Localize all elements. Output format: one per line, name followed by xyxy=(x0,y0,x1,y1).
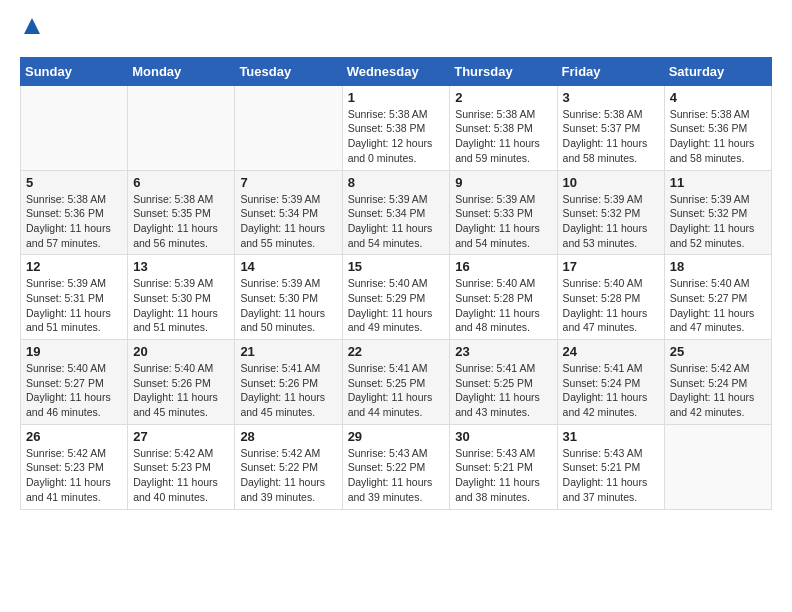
calendar-cell: 8Sunrise: 5:39 AM Sunset: 5:34 PM Daylig… xyxy=(342,170,450,255)
calendar-week-2: 5Sunrise: 5:38 AM Sunset: 5:36 PM Daylig… xyxy=(21,170,772,255)
day-number: 11 xyxy=(670,175,766,190)
day-info: Sunrise: 5:39 AM Sunset: 5:30 PM Dayligh… xyxy=(240,276,336,335)
calendar-cell: 4Sunrise: 5:38 AM Sunset: 5:36 PM Daylig… xyxy=(664,85,771,170)
calendar-cell xyxy=(128,85,235,170)
day-number: 20 xyxy=(133,344,229,359)
weekday-header-sunday: Sunday xyxy=(21,57,128,85)
day-number: 14 xyxy=(240,259,336,274)
day-info: Sunrise: 5:38 AM Sunset: 5:37 PM Dayligh… xyxy=(563,107,659,166)
day-number: 10 xyxy=(563,175,659,190)
day-number: 8 xyxy=(348,175,445,190)
day-info: Sunrise: 5:40 AM Sunset: 5:28 PM Dayligh… xyxy=(563,276,659,335)
calendar-cell: 9Sunrise: 5:39 AM Sunset: 5:33 PM Daylig… xyxy=(450,170,557,255)
weekday-header-tuesday: Tuesday xyxy=(235,57,342,85)
calendar-week-1: 1Sunrise: 5:38 AM Sunset: 5:38 PM Daylig… xyxy=(21,85,772,170)
day-info: Sunrise: 5:39 AM Sunset: 5:32 PM Dayligh… xyxy=(563,192,659,251)
calendar-cell: 13Sunrise: 5:39 AM Sunset: 5:30 PM Dayli… xyxy=(128,255,235,340)
day-info: Sunrise: 5:42 AM Sunset: 5:24 PM Dayligh… xyxy=(670,361,766,420)
day-info: Sunrise: 5:41 AM Sunset: 5:26 PM Dayligh… xyxy=(240,361,336,420)
calendar-cell: 2Sunrise: 5:38 AM Sunset: 5:38 PM Daylig… xyxy=(450,85,557,170)
calendar-cell: 23Sunrise: 5:41 AM Sunset: 5:25 PM Dayli… xyxy=(450,340,557,425)
day-number: 30 xyxy=(455,429,551,444)
calendar-cell: 11Sunrise: 5:39 AM Sunset: 5:32 PM Dayli… xyxy=(664,170,771,255)
day-number: 1 xyxy=(348,90,445,105)
calendar-cell xyxy=(664,424,771,509)
calendar-cell: 25Sunrise: 5:42 AM Sunset: 5:24 PM Dayli… xyxy=(664,340,771,425)
day-info: Sunrise: 5:38 AM Sunset: 5:38 PM Dayligh… xyxy=(348,107,445,166)
day-number: 24 xyxy=(563,344,659,359)
day-info: Sunrise: 5:39 AM Sunset: 5:34 PM Dayligh… xyxy=(348,192,445,251)
day-info: Sunrise: 5:38 AM Sunset: 5:36 PM Dayligh… xyxy=(670,107,766,166)
day-number: 5 xyxy=(26,175,122,190)
calendar-cell: 1Sunrise: 5:38 AM Sunset: 5:38 PM Daylig… xyxy=(342,85,450,170)
day-number: 28 xyxy=(240,429,336,444)
calendar-cell: 30Sunrise: 5:43 AM Sunset: 5:21 PM Dayli… xyxy=(450,424,557,509)
day-number: 23 xyxy=(455,344,551,359)
calendar-week-5: 26Sunrise: 5:42 AM Sunset: 5:23 PM Dayli… xyxy=(21,424,772,509)
day-info: Sunrise: 5:40 AM Sunset: 5:27 PM Dayligh… xyxy=(670,276,766,335)
calendar-week-3: 12Sunrise: 5:39 AM Sunset: 5:31 PM Dayli… xyxy=(21,255,772,340)
calendar-cell: 10Sunrise: 5:39 AM Sunset: 5:32 PM Dayli… xyxy=(557,170,664,255)
calendar-cell: 19Sunrise: 5:40 AM Sunset: 5:27 PM Dayli… xyxy=(21,340,128,425)
calendar-cell: 31Sunrise: 5:43 AM Sunset: 5:21 PM Dayli… xyxy=(557,424,664,509)
calendar-cell: 26Sunrise: 5:42 AM Sunset: 5:23 PM Dayli… xyxy=(21,424,128,509)
calendar-week-4: 19Sunrise: 5:40 AM Sunset: 5:27 PM Dayli… xyxy=(21,340,772,425)
day-number: 26 xyxy=(26,429,122,444)
day-info: Sunrise: 5:42 AM Sunset: 5:23 PM Dayligh… xyxy=(133,446,229,505)
weekday-header-friday: Friday xyxy=(557,57,664,85)
day-info: Sunrise: 5:43 AM Sunset: 5:22 PM Dayligh… xyxy=(348,446,445,505)
calendar-cell: 15Sunrise: 5:40 AM Sunset: 5:29 PM Dayli… xyxy=(342,255,450,340)
day-info: Sunrise: 5:38 AM Sunset: 5:38 PM Dayligh… xyxy=(455,107,551,166)
day-number: 21 xyxy=(240,344,336,359)
day-number: 16 xyxy=(455,259,551,274)
day-info: Sunrise: 5:41 AM Sunset: 5:24 PM Dayligh… xyxy=(563,361,659,420)
calendar-cell: 5Sunrise: 5:38 AM Sunset: 5:36 PM Daylig… xyxy=(21,170,128,255)
day-number: 13 xyxy=(133,259,229,274)
day-number: 6 xyxy=(133,175,229,190)
calendar-cell: 17Sunrise: 5:40 AM Sunset: 5:28 PM Dayli… xyxy=(557,255,664,340)
day-info: Sunrise: 5:41 AM Sunset: 5:25 PM Dayligh… xyxy=(455,361,551,420)
calendar-table: SundayMondayTuesdayWednesdayThursdayFrid… xyxy=(20,57,772,510)
calendar-cell: 18Sunrise: 5:40 AM Sunset: 5:27 PM Dayli… xyxy=(664,255,771,340)
calendar-cell: 20Sunrise: 5:40 AM Sunset: 5:26 PM Dayli… xyxy=(128,340,235,425)
day-number: 19 xyxy=(26,344,122,359)
day-info: Sunrise: 5:38 AM Sunset: 5:35 PM Dayligh… xyxy=(133,192,229,251)
svg-marker-0 xyxy=(24,18,40,34)
day-info: Sunrise: 5:39 AM Sunset: 5:33 PM Dayligh… xyxy=(455,192,551,251)
day-info: Sunrise: 5:39 AM Sunset: 5:32 PM Dayligh… xyxy=(670,192,766,251)
day-number: 17 xyxy=(563,259,659,274)
calendar-cell xyxy=(21,85,128,170)
day-info: Sunrise: 5:43 AM Sunset: 5:21 PM Dayligh… xyxy=(455,446,551,505)
logo xyxy=(20,20,42,41)
day-info: Sunrise: 5:38 AM Sunset: 5:36 PM Dayligh… xyxy=(26,192,122,251)
weekday-header-wednesday: Wednesday xyxy=(342,57,450,85)
calendar-cell: 27Sunrise: 5:42 AM Sunset: 5:23 PM Dayli… xyxy=(128,424,235,509)
day-info: Sunrise: 5:40 AM Sunset: 5:27 PM Dayligh… xyxy=(26,361,122,420)
calendar-cell: 24Sunrise: 5:41 AM Sunset: 5:24 PM Dayli… xyxy=(557,340,664,425)
day-number: 3 xyxy=(563,90,659,105)
logo-icon xyxy=(22,16,42,36)
day-info: Sunrise: 5:41 AM Sunset: 5:25 PM Dayligh… xyxy=(348,361,445,420)
calendar-cell: 22Sunrise: 5:41 AM Sunset: 5:25 PM Dayli… xyxy=(342,340,450,425)
day-number: 29 xyxy=(348,429,445,444)
day-info: Sunrise: 5:40 AM Sunset: 5:28 PM Dayligh… xyxy=(455,276,551,335)
day-info: Sunrise: 5:42 AM Sunset: 5:22 PM Dayligh… xyxy=(240,446,336,505)
day-number: 15 xyxy=(348,259,445,274)
day-number: 4 xyxy=(670,90,766,105)
calendar-cell xyxy=(235,85,342,170)
day-number: 27 xyxy=(133,429,229,444)
day-number: 7 xyxy=(240,175,336,190)
day-info: Sunrise: 5:39 AM Sunset: 5:31 PM Dayligh… xyxy=(26,276,122,335)
day-info: Sunrise: 5:40 AM Sunset: 5:29 PM Dayligh… xyxy=(348,276,445,335)
day-number: 12 xyxy=(26,259,122,274)
day-number: 9 xyxy=(455,175,551,190)
calendar-cell: 21Sunrise: 5:41 AM Sunset: 5:26 PM Dayli… xyxy=(235,340,342,425)
calendar-cell: 28Sunrise: 5:42 AM Sunset: 5:22 PM Dayli… xyxy=(235,424,342,509)
day-info: Sunrise: 5:39 AM Sunset: 5:30 PM Dayligh… xyxy=(133,276,229,335)
calendar-cell: 12Sunrise: 5:39 AM Sunset: 5:31 PM Dayli… xyxy=(21,255,128,340)
weekday-header-thursday: Thursday xyxy=(450,57,557,85)
day-number: 31 xyxy=(563,429,659,444)
weekday-header-monday: Monday xyxy=(128,57,235,85)
page-header xyxy=(20,20,772,41)
day-info: Sunrise: 5:40 AM Sunset: 5:26 PM Dayligh… xyxy=(133,361,229,420)
